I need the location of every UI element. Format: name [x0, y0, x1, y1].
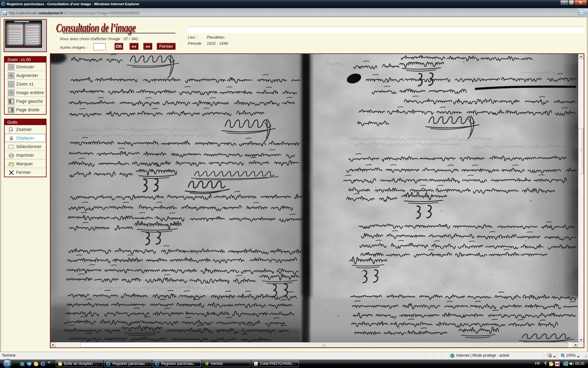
svg-text:1: 1 [10, 83, 12, 86]
